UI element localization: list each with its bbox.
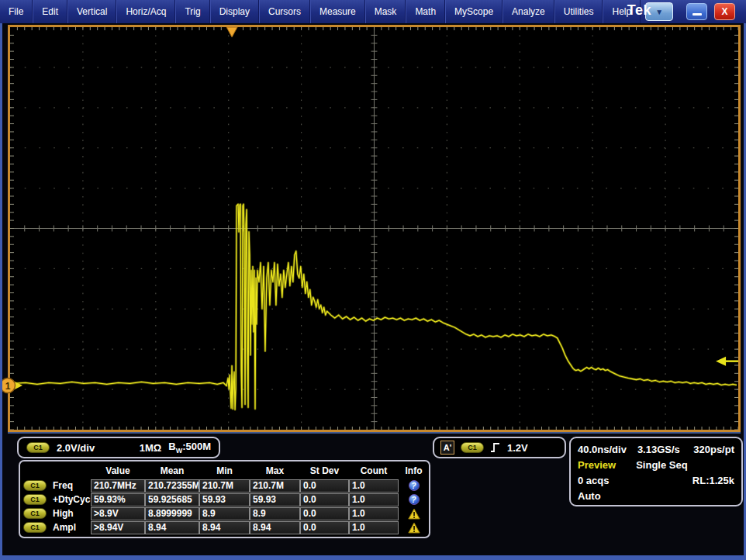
col-value: Value <box>91 465 145 476</box>
col-count: Count <box>349 465 399 476</box>
measurement-row-high: C1High >8.9V 8.8999999 8.9 8.9 0.0 1.0 <box>22 506 427 520</box>
measurement-row-dutycycle: C1+DtyCyc 59.93% 59.925685 59.93 59.93 0… <box>22 493 427 506</box>
channel1-badge: C1 <box>26 442 50 453</box>
graticule <box>10 27 738 430</box>
menu-display[interactable]: Display <box>210 0 259 23</box>
vertical-readout[interactable]: C1 2.0V/div 1MΩ BW:500M <box>17 437 220 458</box>
trigger-level-marker[interactable] <box>716 357 738 366</box>
input-impedance: 1MΩ <box>140 442 161 454</box>
trigger-source-badge: A' <box>440 441 454 455</box>
measurement-table: Value Mean Min Max St Dev Count Info C1F… <box>19 460 430 538</box>
volts-per-div: 2.0V/div <box>57 442 95 454</box>
channel1-badge: C1 <box>23 494 47 505</box>
menu-utilities[interactable]: Utilities <box>554 0 603 23</box>
trigger-channel-badge: C1 <box>461 442 484 453</box>
trigger-readout[interactable]: A' C1 1.2V <box>433 437 566 458</box>
menu-analyze[interactable]: Analyze <box>503 0 554 23</box>
display-bottom-highlight <box>8 432 741 434</box>
menu-trig[interactable]: Trig <box>175 0 209 23</box>
menu-cursors[interactable]: Cursors <box>259 0 310 23</box>
col-max: Max <box>250 465 300 476</box>
trigger-level-value: 1.2V <box>507 442 528 454</box>
rising-edge-icon <box>490 441 501 454</box>
time-per-div: 40.0ns/div <box>578 444 627 455</box>
col-min: Min <box>199 465 250 476</box>
col-info: Info <box>399 465 429 476</box>
menu-horiz-acq[interactable]: Horiz/Acq <box>116 0 175 23</box>
acquisition-mode: Single Seq <box>636 459 687 471</box>
bandwidth-limit: BW:500M <box>168 441 211 455</box>
horizontal-readout[interactable]: 40.0ns/div 3.13GS/s 320ps/pt Preview Sin… <box>569 437 743 506</box>
svg-text:1: 1 <box>5 381 11 392</box>
minimize-icon <box>692 13 702 16</box>
measurement-row-freq: C1Freq 210.7MHz 210.72355M 210.7M 210.7M… <box>22 479 427 493</box>
resolution: 320ps/pt <box>693 444 734 455</box>
menu-file[interactable]: File <box>0 0 33 23</box>
info-icon[interactable] <box>399 522 429 534</box>
menu-myscope[interactable]: MyScope <box>445 0 503 23</box>
menu-edit[interactable]: Edit <box>33 0 67 23</box>
menu-measure[interactable]: Measure <box>310 0 365 23</box>
info-icon[interactable] <box>399 508 429 520</box>
waveform-display <box>8 25 741 432</box>
window-border-bottom <box>0 555 746 560</box>
channel1-badge: C1 <box>23 480 47 491</box>
trigger-mode: Auto <box>578 490 601 502</box>
measurement-row-ampl: C1Ampl >8.94V 8.94 8.94 8.94 0.0 1.0 <box>22 520 427 534</box>
measurement-header-row: Value Mean Min Max St Dev Count Info <box>22 462 427 479</box>
oscilloscope-app-window: File Edit Vertical Horiz/Acq Trig Displa… <box>0 0 746 560</box>
chevron-down-icon: ▼ <box>655 8 663 16</box>
info-icon[interactable]: ? <box>399 480 429 491</box>
acquisition-count: 0 acqs <box>578 475 609 486</box>
preview-status: Preview <box>578 459 616 471</box>
tek-logo: Tek <box>627 2 651 19</box>
channel1-trace <box>13 204 737 410</box>
channel1-badge: C1 <box>23 522 47 533</box>
col-stdev: St Dev <box>300 465 349 476</box>
menu-mask[interactable]: Mask <box>365 0 406 23</box>
close-icon: X <box>721 6 727 17</box>
channel1-reference-marker[interactable]: 1 <box>0 375 25 396</box>
col-mean: Mean <box>145 465 199 476</box>
window-border-left <box>0 23 2 555</box>
info-icon[interactable]: ? <box>399 494 429 505</box>
minimize-button[interactable] <box>686 3 707 20</box>
close-button[interactable]: X <box>714 3 735 20</box>
channel1-badge: C1 <box>23 508 47 519</box>
menu-vertical[interactable]: Vertical <box>67 0 116 23</box>
menu-math[interactable]: Math <box>406 0 445 23</box>
menu-bar: File Edit Vertical Horiz/Acq Trig Displa… <box>0 0 746 23</box>
record-length: RL:1.25k <box>692 475 734 486</box>
sample-rate: 3.13GS/s <box>637 444 680 455</box>
